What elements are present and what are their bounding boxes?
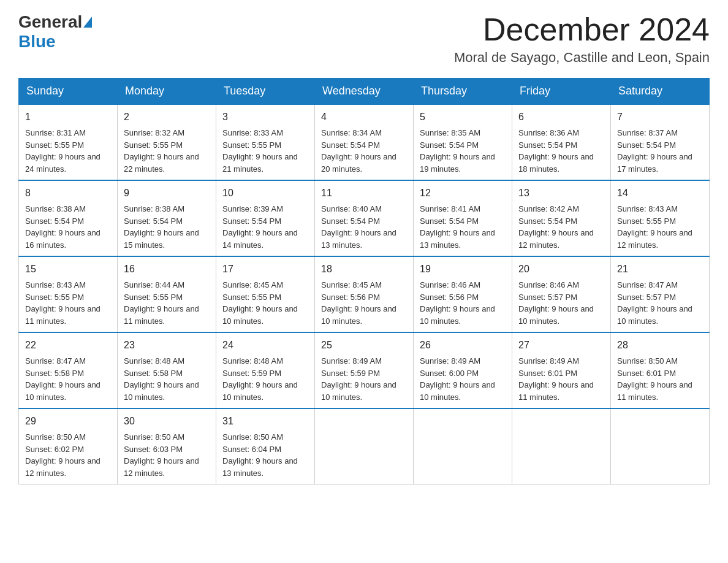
table-row: 18Sunrise: 8:45 AMSunset: 5:56 PMDayligh… [315, 256, 414, 332]
table-row: 16Sunrise: 8:44 AMSunset: 5:55 PMDayligh… [118, 256, 216, 332]
location-subtitle: Moral de Sayago, Castille and Leon, Spai… [454, 50, 710, 66]
table-row: 3Sunrise: 8:33 AMSunset: 5:55 PMDaylight… [216, 104, 315, 180]
day-info: Sunrise: 8:41 AMSunset: 5:54 PMDaylight:… [420, 204, 495, 250]
calendar-week-row: 29Sunrise: 8:50 AMSunset: 6:02 PMDayligh… [19, 408, 710, 484]
day-info: Sunrise: 8:49 AMSunset: 6:01 PMDaylight:… [518, 356, 594, 402]
day-info: Sunrise: 8:40 AMSunset: 5:54 PMDaylight:… [321, 204, 396, 250]
table-row: 4Sunrise: 8:34 AMSunset: 5:54 PMDaylight… [315, 104, 414, 180]
table-row [315, 408, 414, 484]
day-number: 7 [617, 110, 703, 124]
title-section: December 2024 Moral de Sayago, Castille … [454, 12, 710, 66]
table-row: 11Sunrise: 8:40 AMSunset: 5:54 PMDayligh… [315, 180, 414, 256]
day-info: Sunrise: 8:31 AMSunset: 5:55 PMDaylight:… [25, 128, 100, 174]
day-info: Sunrise: 8:45 AMSunset: 5:56 PMDaylight:… [321, 280, 396, 326]
day-number: 21 [617, 262, 703, 277]
day-number: 24 [222, 338, 308, 353]
table-row: 26Sunrise: 8:49 AMSunset: 6:00 PMDayligh… [414, 332, 512, 408]
table-row: 15Sunrise: 8:43 AMSunset: 5:55 PMDayligh… [19, 256, 118, 332]
day-info: Sunrise: 8:49 AMSunset: 6:00 PMDaylight:… [420, 356, 495, 402]
day-number: 20 [518, 262, 604, 277]
day-info: Sunrise: 8:35 AMSunset: 5:54 PMDaylight:… [420, 128, 495, 174]
day-info: Sunrise: 8:37 AMSunset: 5:54 PMDaylight:… [617, 128, 692, 174]
col-wednesday: Wednesday [315, 79, 414, 105]
day-number: 17 [222, 262, 308, 277]
table-row: 23Sunrise: 8:48 AMSunset: 5:58 PMDayligh… [118, 332, 216, 408]
table-row: 21Sunrise: 8:47 AMSunset: 5:57 PMDayligh… [611, 256, 710, 332]
day-number: 16 [124, 262, 210, 277]
day-info: Sunrise: 8:32 AMSunset: 5:55 PMDaylight:… [124, 128, 199, 174]
day-info: Sunrise: 8:44 AMSunset: 5:55 PMDaylight:… [124, 280, 199, 326]
day-number: 23 [124, 338, 210, 353]
day-number: 12 [420, 186, 506, 201]
day-info: Sunrise: 8:50 AMSunset: 6:03 PMDaylight:… [124, 432, 199, 478]
logo-blue-text: Blue [18, 32, 56, 52]
table-row: 31Sunrise: 8:50 AMSunset: 6:04 PMDayligh… [216, 408, 315, 484]
table-row: 30Sunrise: 8:50 AMSunset: 6:03 PMDayligh… [118, 408, 216, 484]
table-row [611, 408, 710, 484]
day-info: Sunrise: 8:47 AMSunset: 5:58 PMDaylight:… [25, 356, 100, 402]
table-row: 19Sunrise: 8:46 AMSunset: 5:56 PMDayligh… [414, 256, 512, 332]
day-number: 10 [222, 186, 308, 201]
header-row: Sunday Monday Tuesday Wednesday Thursday… [19, 79, 710, 105]
day-number: 3 [222, 110, 308, 124]
day-number: 1 [25, 110, 111, 124]
day-info: Sunrise: 8:48 AMSunset: 5:58 PMDaylight:… [124, 356, 199, 402]
table-row: 17Sunrise: 8:45 AMSunset: 5:55 PMDayligh… [216, 256, 315, 332]
logo-general-text: General [18, 12, 82, 32]
col-thursday: Thursday [414, 79, 512, 105]
day-number: 9 [124, 186, 210, 201]
table-row: 6Sunrise: 8:36 AMSunset: 5:54 PMDaylight… [512, 104, 611, 180]
day-info: Sunrise: 8:48 AMSunset: 5:59 PMDaylight:… [222, 356, 298, 402]
day-info: Sunrise: 8:42 AMSunset: 5:54 PMDaylight:… [518, 204, 594, 250]
month-year-title: December 2024 [454, 12, 710, 47]
day-info: Sunrise: 8:49 AMSunset: 5:59 PMDaylight:… [321, 356, 396, 402]
table-row: 14Sunrise: 8:43 AMSunset: 5:55 PMDayligh… [611, 180, 710, 256]
calendar-week-row: 1Sunrise: 8:31 AMSunset: 5:55 PMDaylight… [19, 104, 710, 180]
day-number: 29 [25, 414, 111, 429]
table-row: 25Sunrise: 8:49 AMSunset: 5:59 PMDayligh… [315, 332, 414, 408]
col-saturday: Saturday [611, 79, 710, 105]
day-number: 4 [321, 110, 407, 124]
table-row: 22Sunrise: 8:47 AMSunset: 5:58 PMDayligh… [19, 332, 118, 408]
table-row: 10Sunrise: 8:39 AMSunset: 5:54 PMDayligh… [216, 180, 315, 256]
calendar-week-row: 15Sunrise: 8:43 AMSunset: 5:55 PMDayligh… [19, 256, 710, 332]
day-info: Sunrise: 8:39 AMSunset: 5:54 PMDaylight:… [222, 204, 298, 250]
day-number: 31 [222, 414, 308, 429]
table-row: 27Sunrise: 8:49 AMSunset: 6:01 PMDayligh… [512, 332, 611, 408]
day-number: 19 [420, 262, 506, 277]
day-number: 25 [321, 338, 407, 353]
day-number: 30 [124, 414, 210, 429]
day-number: 11 [321, 186, 407, 201]
calendar-week-row: 8Sunrise: 8:38 AMSunset: 5:54 PMDaylight… [19, 180, 710, 256]
table-row: 1Sunrise: 8:31 AMSunset: 5:55 PMDaylight… [19, 104, 118, 180]
table-row: 28Sunrise: 8:50 AMSunset: 6:01 PMDayligh… [611, 332, 710, 408]
day-number: 27 [518, 338, 604, 353]
day-info: Sunrise: 8:46 AMSunset: 5:57 PMDaylight:… [518, 280, 594, 326]
table-row: 12Sunrise: 8:41 AMSunset: 5:54 PMDayligh… [414, 180, 512, 256]
table-row: 2Sunrise: 8:32 AMSunset: 5:55 PMDaylight… [118, 104, 216, 180]
day-info: Sunrise: 8:34 AMSunset: 5:54 PMDaylight:… [321, 128, 396, 174]
col-monday: Monday [118, 79, 216, 105]
day-info: Sunrise: 8:50 AMSunset: 6:01 PMDaylight:… [617, 356, 692, 402]
calendar-week-row: 22Sunrise: 8:47 AMSunset: 5:58 PMDayligh… [19, 332, 710, 408]
table-row: 20Sunrise: 8:46 AMSunset: 5:57 PMDayligh… [512, 256, 611, 332]
day-number: 26 [420, 338, 506, 353]
table-row: 5Sunrise: 8:35 AMSunset: 5:54 PMDaylight… [414, 104, 512, 180]
col-tuesday: Tuesday [216, 79, 315, 105]
day-info: Sunrise: 8:45 AMSunset: 5:55 PMDaylight:… [222, 280, 298, 326]
day-info: Sunrise: 8:38 AMSunset: 5:54 PMDaylight:… [124, 204, 199, 250]
day-number: 28 [617, 338, 703, 353]
day-number: 2 [124, 110, 210, 124]
day-info: Sunrise: 8:38 AMSunset: 5:54 PMDaylight:… [25, 204, 100, 250]
col-friday: Friday [512, 79, 611, 105]
col-sunday: Sunday [19, 79, 118, 105]
day-number: 15 [25, 262, 111, 277]
day-info: Sunrise: 8:50 AMSunset: 6:02 PMDaylight:… [25, 432, 100, 478]
day-number: 8 [25, 186, 111, 201]
day-info: Sunrise: 8:46 AMSunset: 5:56 PMDaylight:… [420, 280, 495, 326]
day-info: Sunrise: 8:33 AMSunset: 5:55 PMDaylight:… [222, 128, 298, 174]
table-row: 8Sunrise: 8:38 AMSunset: 5:54 PMDaylight… [19, 180, 118, 256]
day-number: 5 [420, 110, 506, 124]
table-row: 9Sunrise: 8:38 AMSunset: 5:54 PMDaylight… [118, 180, 216, 256]
day-info: Sunrise: 8:36 AMSunset: 5:54 PMDaylight:… [518, 128, 594, 174]
